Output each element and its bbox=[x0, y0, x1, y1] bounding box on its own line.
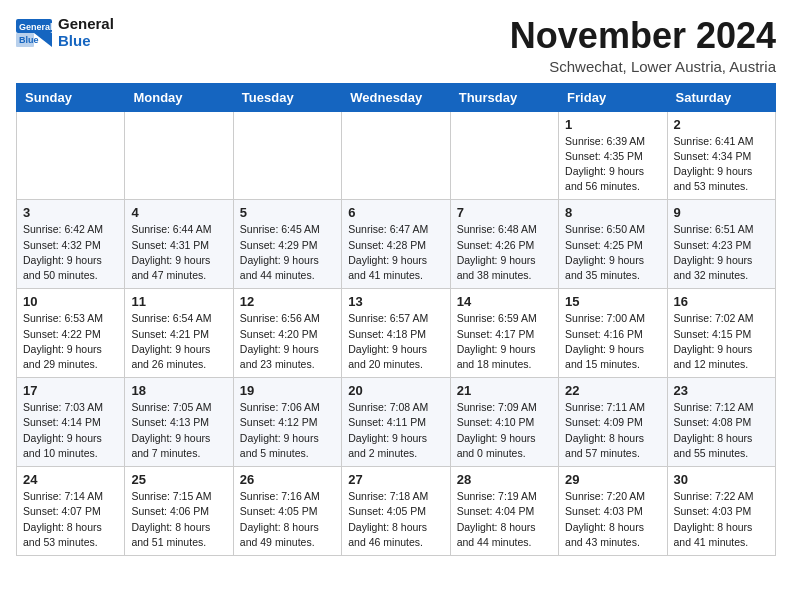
calendar-cell: 29Sunrise: 7:20 AM Sunset: 4:03 PM Dayli… bbox=[559, 467, 667, 556]
weekday-header-saturday: Saturday bbox=[667, 83, 775, 111]
day-info: Sunrise: 6:48 AM Sunset: 4:26 PM Dayligh… bbox=[457, 222, 552, 283]
month-title: November 2024 bbox=[510, 16, 776, 56]
day-number: 6 bbox=[348, 205, 443, 220]
calendar-cell: 20Sunrise: 7:08 AM Sunset: 4:11 PM Dayli… bbox=[342, 378, 450, 467]
day-number: 21 bbox=[457, 383, 552, 398]
day-number: 2 bbox=[674, 117, 769, 132]
svg-text:General: General bbox=[19, 22, 52, 32]
calendar-table: SundayMondayTuesdayWednesdayThursdayFrid… bbox=[16, 83, 776, 556]
calendar-cell bbox=[17, 111, 125, 200]
calendar-cell: 11Sunrise: 6:54 AM Sunset: 4:21 PM Dayli… bbox=[125, 289, 233, 378]
calendar-cell bbox=[342, 111, 450, 200]
day-number: 20 bbox=[348, 383, 443, 398]
day-info: Sunrise: 7:06 AM Sunset: 4:12 PM Dayligh… bbox=[240, 400, 335, 461]
day-number: 5 bbox=[240, 205, 335, 220]
day-number: 27 bbox=[348, 472, 443, 487]
day-number: 23 bbox=[674, 383, 769, 398]
calendar-cell: 1Sunrise: 6:39 AM Sunset: 4:35 PM Daylig… bbox=[559, 111, 667, 200]
calendar-cell: 9Sunrise: 6:51 AM Sunset: 4:23 PM Daylig… bbox=[667, 200, 775, 289]
day-number: 19 bbox=[240, 383, 335, 398]
calendar-cell: 30Sunrise: 7:22 AM Sunset: 4:03 PM Dayli… bbox=[667, 467, 775, 556]
logo: General Blue General Blue bbox=[16, 16, 114, 49]
day-info: Sunrise: 7:22 AM Sunset: 4:03 PM Dayligh… bbox=[674, 489, 769, 550]
day-number: 3 bbox=[23, 205, 118, 220]
day-number: 18 bbox=[131, 383, 226, 398]
location-subtitle: Schwechat, Lower Austria, Austria bbox=[510, 58, 776, 75]
day-info: Sunrise: 7:11 AM Sunset: 4:09 PM Dayligh… bbox=[565, 400, 660, 461]
day-info: Sunrise: 6:53 AM Sunset: 4:22 PM Dayligh… bbox=[23, 311, 118, 372]
day-info: Sunrise: 7:18 AM Sunset: 4:05 PM Dayligh… bbox=[348, 489, 443, 550]
day-info: Sunrise: 6:45 AM Sunset: 4:29 PM Dayligh… bbox=[240, 222, 335, 283]
logo-blue: Blue bbox=[58, 33, 114, 50]
day-number: 28 bbox=[457, 472, 552, 487]
calendar-week-row: 3Sunrise: 6:42 AM Sunset: 4:32 PM Daylig… bbox=[17, 200, 776, 289]
calendar-cell: 15Sunrise: 7:00 AM Sunset: 4:16 PM Dayli… bbox=[559, 289, 667, 378]
calendar-cell: 23Sunrise: 7:12 AM Sunset: 4:08 PM Dayli… bbox=[667, 378, 775, 467]
day-number: 30 bbox=[674, 472, 769, 487]
day-number: 24 bbox=[23, 472, 118, 487]
day-info: Sunrise: 6:54 AM Sunset: 4:21 PM Dayligh… bbox=[131, 311, 226, 372]
calendar-cell: 7Sunrise: 6:48 AM Sunset: 4:26 PM Daylig… bbox=[450, 200, 558, 289]
day-info: Sunrise: 7:05 AM Sunset: 4:13 PM Dayligh… bbox=[131, 400, 226, 461]
day-number: 15 bbox=[565, 294, 660, 309]
calendar-week-row: 10Sunrise: 6:53 AM Sunset: 4:22 PM Dayli… bbox=[17, 289, 776, 378]
calendar-cell: 14Sunrise: 6:59 AM Sunset: 4:17 PM Dayli… bbox=[450, 289, 558, 378]
day-number: 17 bbox=[23, 383, 118, 398]
day-number: 25 bbox=[131, 472, 226, 487]
calendar-week-row: 1Sunrise: 6:39 AM Sunset: 4:35 PM Daylig… bbox=[17, 111, 776, 200]
calendar-week-row: 24Sunrise: 7:14 AM Sunset: 4:07 PM Dayli… bbox=[17, 467, 776, 556]
day-info: Sunrise: 6:44 AM Sunset: 4:31 PM Dayligh… bbox=[131, 222, 226, 283]
weekday-header-row: SundayMondayTuesdayWednesdayThursdayFrid… bbox=[17, 83, 776, 111]
logo-icon: General Blue bbox=[16, 19, 52, 47]
calendar-cell: 16Sunrise: 7:02 AM Sunset: 4:15 PM Dayli… bbox=[667, 289, 775, 378]
weekday-header-monday: Monday bbox=[125, 83, 233, 111]
calendar-cell: 17Sunrise: 7:03 AM Sunset: 4:14 PM Dayli… bbox=[17, 378, 125, 467]
calendar-cell: 8Sunrise: 6:50 AM Sunset: 4:25 PM Daylig… bbox=[559, 200, 667, 289]
day-info: Sunrise: 6:39 AM Sunset: 4:35 PM Dayligh… bbox=[565, 134, 660, 195]
day-info: Sunrise: 7:12 AM Sunset: 4:08 PM Dayligh… bbox=[674, 400, 769, 461]
day-number: 9 bbox=[674, 205, 769, 220]
day-info: Sunrise: 6:51 AM Sunset: 4:23 PM Dayligh… bbox=[674, 222, 769, 283]
weekday-header-tuesday: Tuesday bbox=[233, 83, 341, 111]
calendar-cell bbox=[233, 111, 341, 200]
calendar-cell bbox=[450, 111, 558, 200]
calendar-cell: 28Sunrise: 7:19 AM Sunset: 4:04 PM Dayli… bbox=[450, 467, 558, 556]
day-number: 22 bbox=[565, 383, 660, 398]
calendar-cell: 27Sunrise: 7:18 AM Sunset: 4:05 PM Dayli… bbox=[342, 467, 450, 556]
day-number: 1 bbox=[565, 117, 660, 132]
weekday-header-sunday: Sunday bbox=[17, 83, 125, 111]
day-info: Sunrise: 7:19 AM Sunset: 4:04 PM Dayligh… bbox=[457, 489, 552, 550]
day-info: Sunrise: 7:03 AM Sunset: 4:14 PM Dayligh… bbox=[23, 400, 118, 461]
calendar-cell: 10Sunrise: 6:53 AM Sunset: 4:22 PM Dayli… bbox=[17, 289, 125, 378]
day-info: Sunrise: 7:20 AM Sunset: 4:03 PM Dayligh… bbox=[565, 489, 660, 550]
day-number: 13 bbox=[348, 294, 443, 309]
day-info: Sunrise: 7:08 AM Sunset: 4:11 PM Dayligh… bbox=[348, 400, 443, 461]
day-info: Sunrise: 7:02 AM Sunset: 4:15 PM Dayligh… bbox=[674, 311, 769, 372]
day-info: Sunrise: 6:42 AM Sunset: 4:32 PM Dayligh… bbox=[23, 222, 118, 283]
logo-general: General bbox=[58, 16, 114, 33]
day-info: Sunrise: 7:00 AM Sunset: 4:16 PM Dayligh… bbox=[565, 311, 660, 372]
calendar-cell: 5Sunrise: 6:45 AM Sunset: 4:29 PM Daylig… bbox=[233, 200, 341, 289]
calendar-cell: 18Sunrise: 7:05 AM Sunset: 4:13 PM Dayli… bbox=[125, 378, 233, 467]
day-number: 7 bbox=[457, 205, 552, 220]
calendar-cell: 19Sunrise: 7:06 AM Sunset: 4:12 PM Dayli… bbox=[233, 378, 341, 467]
calendar-cell: 21Sunrise: 7:09 AM Sunset: 4:10 PM Dayli… bbox=[450, 378, 558, 467]
day-number: 29 bbox=[565, 472, 660, 487]
calendar-week-row: 17Sunrise: 7:03 AM Sunset: 4:14 PM Dayli… bbox=[17, 378, 776, 467]
svg-text:Blue: Blue bbox=[19, 35, 39, 45]
day-info: Sunrise: 7:15 AM Sunset: 4:06 PM Dayligh… bbox=[131, 489, 226, 550]
day-number: 11 bbox=[131, 294, 226, 309]
day-info: Sunrise: 6:59 AM Sunset: 4:17 PM Dayligh… bbox=[457, 311, 552, 372]
day-info: Sunrise: 7:14 AM Sunset: 4:07 PM Dayligh… bbox=[23, 489, 118, 550]
day-number: 12 bbox=[240, 294, 335, 309]
weekday-header-friday: Friday bbox=[559, 83, 667, 111]
day-number: 8 bbox=[565, 205, 660, 220]
calendar-cell: 6Sunrise: 6:47 AM Sunset: 4:28 PM Daylig… bbox=[342, 200, 450, 289]
title-area: November 2024 Schwechat, Lower Austria, … bbox=[510, 16, 776, 75]
calendar-cell: 3Sunrise: 6:42 AM Sunset: 4:32 PM Daylig… bbox=[17, 200, 125, 289]
day-info: Sunrise: 6:47 AM Sunset: 4:28 PM Dayligh… bbox=[348, 222, 443, 283]
calendar-cell: 13Sunrise: 6:57 AM Sunset: 4:18 PM Dayli… bbox=[342, 289, 450, 378]
day-info: Sunrise: 7:09 AM Sunset: 4:10 PM Dayligh… bbox=[457, 400, 552, 461]
calendar-cell: 25Sunrise: 7:15 AM Sunset: 4:06 PM Dayli… bbox=[125, 467, 233, 556]
weekday-header-wednesday: Wednesday bbox=[342, 83, 450, 111]
